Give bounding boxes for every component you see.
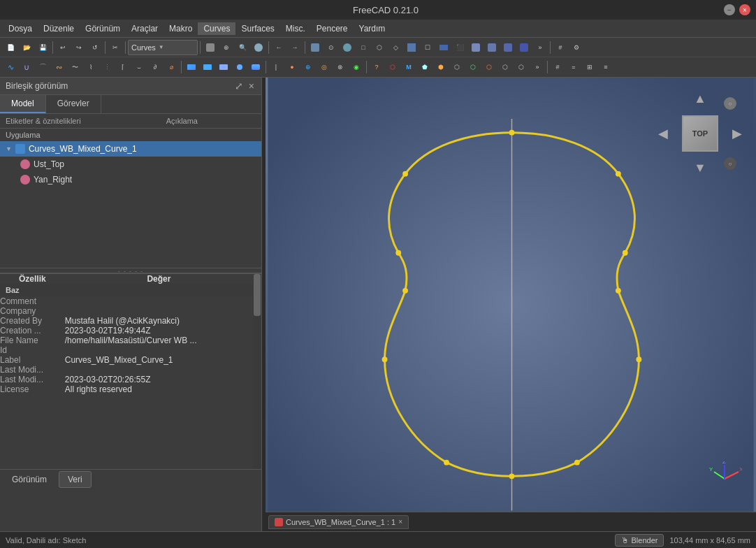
menu-pencere[interactable]: Pencere	[311, 22, 354, 35]
tb-btn-16[interactable]: ⬛	[452, 40, 467, 55]
surf-tb-1[interactable]	[184, 59, 199, 75]
grid-tb-4[interactable]: ≡	[598, 59, 613, 75]
tb-btn-13[interactable]	[404, 40, 419, 55]
help-tb-1[interactable]: ?	[369, 59, 384, 75]
misc-tb-2[interactable]: ●	[284, 59, 300, 75]
more-tb-4[interactable]: ⬢	[433, 59, 449, 75]
more-tb-3[interactable]: ⬟	[417, 59, 432, 75]
misc-tb-3[interactable]: ⊕	[300, 59, 316, 75]
grid-btn[interactable]: #	[553, 40, 568, 55]
menu-misc[interactable]: Misc.	[280, 22, 311, 35]
props-scroll[interactable]: Özellik Değer Baz Comment	[0, 274, 261, 469]
menu-surfaces[interactable]: Surfaces	[235, 22, 279, 35]
tree-item-curves-wb[interactable]: ▼ Curves_WB_Mixed_Curve_1	[0, 141, 261, 157]
tb-btn-4[interactable]	[251, 40, 266, 55]
resize-handle[interactable]: - - - - -	[0, 268, 261, 273]
tb-btn-1[interactable]	[203, 40, 218, 55]
tab-gorevler[interactable]: Görevler	[46, 95, 101, 113]
tb-btn-18[interactable]	[484, 40, 500, 55]
redo-button[interactable]: ↪	[71, 40, 87, 55]
cube-arrow-right[interactable]: ▶	[732, 126, 742, 141]
tab-model[interactable]: Model	[0, 95, 46, 113]
menu-araclar[interactable]: Araçlar	[126, 22, 163, 35]
tb-btn-20[interactable]	[516, 40, 532, 55]
minimize-button[interactable]: −	[724, 4, 735, 15]
more-tb-2[interactable]: M	[401, 59, 416, 75]
viewport-tab[interactable]: Curves_WB_Mixed_Curve_1 : 1 ×	[268, 515, 409, 529]
nav-cube[interactable]: ▲ ▼ ◀ ▶ TOP ○ ○	[658, 92, 742, 175]
curve-tb-8[interactable]: ⌈	[115, 59, 131, 75]
close-button[interactable]: ×	[739, 4, 750, 15]
blender-button[interactable]: 🖱 Blender	[615, 534, 664, 547]
settings-btn[interactable]: ⚙	[569, 40, 584, 55]
cube-face-top[interactable]: TOP	[682, 115, 718, 152]
curve-tb-10[interactable]: ∂	[147, 59, 163, 75]
more-tb-1[interactable]: ⬡	[385, 59, 400, 75]
misc-tb-6[interactable]: ◉	[349, 59, 364, 75]
tb-btn-14[interactable]: ☐	[420, 40, 435, 55]
tb-btn-3[interactable]: 🔍	[235, 40, 250, 55]
cube-corner-tr[interactable]: ○	[724, 97, 736, 110]
misc-tb-4[interactable]: ◎	[317, 59, 332, 75]
menu-yardim[interactable]: Yardım	[354, 22, 391, 35]
scroll-thumb[interactable]	[254, 274, 261, 316]
tab-gorunum[interactable]: Görünüm	[3, 471, 56, 488]
surf-tb-3[interactable]	[216, 59, 231, 75]
tb-btn-12[interactable]: ◇	[388, 40, 403, 55]
grid-tb-3[interactable]: ⊞	[582, 59, 597, 75]
surf-tb-4[interactable]	[232, 59, 247, 75]
curve-tb-3[interactable]: ⌒	[35, 59, 50, 75]
tb-btn-15[interactable]	[436, 40, 451, 55]
undo-button[interactable]: ↩	[55, 40, 71, 55]
more-tb-9[interactable]: ⬡	[514, 59, 529, 75]
menu-curves[interactable]: Curves	[198, 22, 235, 35]
surf-tb-2[interactable]	[200, 59, 215, 75]
tb-btn-11[interactable]: ⬡	[372, 40, 387, 55]
misc-tb-1[interactable]: |	[268, 59, 284, 75]
more-tb-7[interactable]: ⬡	[481, 59, 497, 75]
curve-tb-9[interactable]: ⌣	[131, 59, 147, 75]
panel-close-button[interactable]: ×	[247, 80, 256, 92]
panel-expand-button[interactable]: ⤢	[233, 80, 245, 92]
curve-tb-4[interactable]: ∾	[51, 59, 66, 75]
cube-arrow-bottom[interactable]: ▼	[694, 161, 706, 175]
viewport[interactable]: ▲ ▼ ◀ ▶ TOP ○ ○ X Y Z	[266, 78, 756, 531]
more-tb-6[interactable]: ⬡	[465, 59, 481, 75]
grid-tb-1[interactable]: #	[550, 59, 565, 75]
more-tb-10[interactable]: »	[530, 59, 545, 75]
cut-button[interactable]: ✂	[108, 40, 123, 55]
cube-arrow-top[interactable]: ▲	[694, 92, 706, 106]
surf-tb-5[interactable]	[248, 59, 263, 75]
menu-makro[interactable]: Makro	[163, 22, 198, 35]
tb-btn-2[interactable]: ⊕	[219, 40, 234, 55]
tb-btn-5[interactable]: ←	[271, 40, 286, 55]
more-tb-8[interactable]: ⬡	[497, 59, 513, 75]
tb-btn-19[interactable]	[500, 40, 516, 55]
tree-item-yan-right[interactable]: Yan_Right	[0, 172, 261, 187]
curve-tb-5[interactable]: 〜	[67, 59, 82, 75]
tb-btn-9[interactable]	[340, 40, 355, 55]
more-tb-5[interactable]: ⬡	[449, 59, 465, 75]
tb-btn-6[interactable]: →	[287, 40, 303, 55]
workbench-dropdown[interactable]: Curves ▼	[128, 40, 198, 55]
menu-gorunum[interactable]: Görünüm	[80, 22, 126, 35]
curve-tb-6[interactable]: ⌇	[83, 59, 99, 75]
grid-tb-2[interactable]: =	[566, 59, 581, 75]
menu-duzenle[interactable]: Düzenle	[38, 22, 80, 35]
more-btn[interactable]: »	[532, 40, 548, 55]
cube-corner-br[interactable]: ○	[724, 157, 736, 170]
curve-tb-2[interactable]: ∪	[19, 59, 34, 75]
tb-btn-7[interactable]	[307, 40, 323, 55]
save-button[interactable]: 💾	[35, 40, 50, 55]
refresh-button[interactable]: ↺	[87, 40, 103, 55]
menu-dosya[interactable]: Dosya	[3, 22, 38, 35]
open-button[interactable]: 📂	[19, 40, 34, 55]
tb-btn-10[interactable]: □	[356, 40, 371, 55]
curve-tb-7[interactable]: ⋮	[99, 59, 115, 75]
curve-tb-1[interactable]: ∿	[3, 59, 18, 75]
tb-btn-8[interactable]: ⊙	[324, 40, 339, 55]
curve-tb-11[interactable]: ⌀	[163, 59, 179, 75]
new-button[interactable]: 📄	[3, 40, 18, 55]
viewport-tab-close[interactable]: ×	[398, 518, 402, 526]
tab-veri[interactable]: Veri	[59, 471, 92, 488]
